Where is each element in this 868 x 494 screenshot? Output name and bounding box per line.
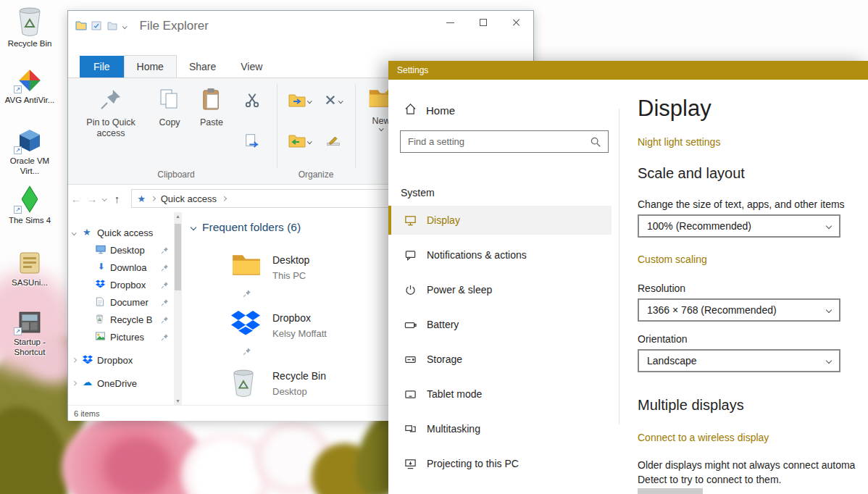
nav-item-label: Notifications & actions [427, 249, 527, 261]
nav-item-label: Tablet mode [427, 388, 482, 400]
settings-nav-multitasking[interactable]: Multitasking [388, 414, 612, 443]
orientation-dropdown[interactable]: Landscape [638, 349, 840, 372]
shortcut-arrow-icon: ↗ [14, 146, 22, 154]
desktop-icon-label: SASUni... [4, 277, 56, 288]
desktop-icon-sims4[interactable]: ↗ The Sims 4 [4, 183, 56, 225]
desktop-icon-oracle-vm[interactable]: ↗ Oracle VM Virt... [4, 123, 56, 176]
close-button[interactable] [500, 11, 533, 34]
nav-item-downloads[interactable]: ⬇ Downloa [68, 259, 183, 276]
settings-search-box[interactable] [400, 130, 609, 153]
breadcrumb[interactable]: Quick access [161, 193, 217, 204]
nav-item-desktop[interactable]: Desktop [68, 241, 183, 259]
settings-nav-display[interactable]: Display [388, 206, 612, 235]
pin-icon [161, 280, 170, 289]
delete-chevron-icon [338, 99, 343, 103]
move-to-chevron-icon [307, 99, 312, 103]
settings-nav-projecting[interactable]: Projecting to this PC [388, 449, 612, 478]
delete-button[interactable] [319, 90, 348, 112]
tab-share[interactable]: Share [177, 56, 228, 78]
copy-path-button[interactable] [241, 130, 264, 152]
forward-icon[interactable]: → [84, 193, 100, 205]
cut-button[interactable] [241, 90, 264, 112]
desktop-icon-recycle-bin[interactable]: Recycle Bin [4, 6, 56, 49]
desktop-icon-sas[interactable]: SASUni... [4, 245, 56, 288]
resolution-dropdown[interactable]: 1366 × 768 (Recommended) [638, 298, 840, 322]
delete-x-icon [324, 93, 337, 109]
folder-name: Desktop [272, 254, 309, 266]
nav-item-label: Downloa [110, 262, 147, 273]
tab-home[interactable]: Home [124, 55, 177, 78]
scroll-up-icon[interactable]: ▲ [174, 214, 182, 219]
settings-nav-power-sleep[interactable]: Power & sleep [388, 275, 612, 304]
desktop-icon-label: Recycle Bin [4, 38, 56, 49]
desktop-icon-startup-shortcut[interactable]: ↗ Startup - Shortcut [4, 304, 56, 357]
desktop: Recycle Bin ↗ AVG AntiVir... ↗ Oracle VM… [0, 0, 868, 494]
recycle-bin-icon [4, 6, 56, 36]
night-light-settings-link[interactable]: Night light settings [638, 136, 720, 148]
settings-nav-storage[interactable]: Storage [388, 345, 612, 374]
nav-item-quick-access[interactable]: ★ Quick access [68, 224, 183, 241]
pin-to-quick-access-button[interactable]: Pin to Quick access [75, 84, 146, 162]
desktop-icon-avg[interactable]: ↗ AVG AntiVir... [4, 62, 56, 105]
maximize-button[interactable] [467, 11, 500, 34]
copy-button[interactable]: Copy [151, 84, 188, 162]
paste-button[interactable]: Paste [191, 84, 232, 162]
nav-item-dropbox[interactable]: Dropbox [68, 276, 183, 293]
notifications-icon [404, 249, 417, 261]
display-icon [404, 214, 417, 227]
nav-item-label: Power & sleep [427, 284, 492, 296]
pin-icon [161, 246, 170, 254]
collapse-chevron-icon[interactable] [72, 381, 76, 385]
scrollbar-thumb[interactable] [175, 224, 181, 290]
nav-item-label: Desktop [110, 245, 145, 256]
nav-item-label: Battery [427, 319, 459, 330]
move-to-button[interactable] [285, 90, 314, 112]
qat-properties-icon[interactable] [91, 21, 102, 31]
qat-chevron-down-icon[interactable] [122, 24, 127, 28]
nav-item-onedrive[interactable]: ☁ OneDrive [68, 374, 183, 392]
nav-item-recycle-bin[interactable]: Recycle B [68, 311, 183, 328]
qat-new-folder-icon[interactable] [107, 21, 118, 31]
connect-wireless-display-link[interactable]: Connect to a wireless display [638, 432, 769, 443]
nav-item-pictures[interactable]: Pictures [68, 328, 183, 346]
back-icon[interactable]: ← [68, 193, 84, 205]
quick-access-star-icon: ★ [138, 193, 146, 204]
folder-name: Dropbox [272, 312, 311, 324]
quick-access-star-icon: ★ [83, 227, 93, 238]
custom-scaling-link[interactable]: Custom scaling [638, 254, 707, 265]
search-input[interactable] [401, 136, 590, 147]
tab-file[interactable]: File [80, 56, 124, 78]
detect-button[interactable] [638, 488, 703, 494]
expand-chevron-icon[interactable] [72, 230, 76, 235]
virtualbox-icon: ↗ [4, 123, 56, 154]
section-chevron-icon[interactable] [191, 225, 196, 230]
shortcut-arrow-icon: ↗ [14, 206, 22, 214]
nav-item-documents[interactable]: Documer [68, 293, 183, 311]
scaling-dropdown[interactable]: 100% (Recommended) [638, 214, 840, 238]
wallpaper-flower-pink [105, 438, 170, 494]
recent-locations-chevron-icon[interactable] [102, 196, 107, 201]
scale-label: Change the size of text, apps, and other… [638, 198, 845, 210]
settings-titlebar[interactable]: Settings [388, 61, 868, 80]
nav-item-label: Quick access [97, 227, 153, 238]
settings-nav-battery[interactable]: Battery [388, 310, 612, 339]
settings-nav-notifications[interactable]: Notifications & actions [388, 240, 612, 269]
tablet-icon [404, 388, 417, 401]
explorer-titlebar[interactable]: File Explorer [68, 11, 533, 51]
shortcut-arrow-icon: ↗ [14, 327, 22, 335]
pin-icon [161, 315, 170, 324]
settings-home-button[interactable]: Home [404, 103, 455, 117]
up-icon[interactable]: ↑ [109, 193, 125, 205]
scroll-down-icon[interactable]: ▼ [174, 398, 182, 403]
desktop-monitor-icon [96, 245, 107, 255]
settings-nav-tablet-mode[interactable]: Tablet mode [388, 380, 612, 409]
frequent-folders-header[interactable]: Frequent folders (6) [191, 221, 301, 234]
rename-button[interactable] [319, 130, 348, 152]
battery-icon [404, 319, 417, 331]
nav-scrollbar[interactable]: ▲ ▼ [174, 212, 182, 405]
collapse-chevron-icon[interactable] [72, 358, 76, 362]
tab-view[interactable]: View [228, 56, 275, 78]
minimize-button[interactable] [433, 11, 467, 34]
copy-to-button[interactable] [285, 130, 314, 152]
nav-item-dropbox-root[interactable]: Dropbox [68, 351, 183, 369]
